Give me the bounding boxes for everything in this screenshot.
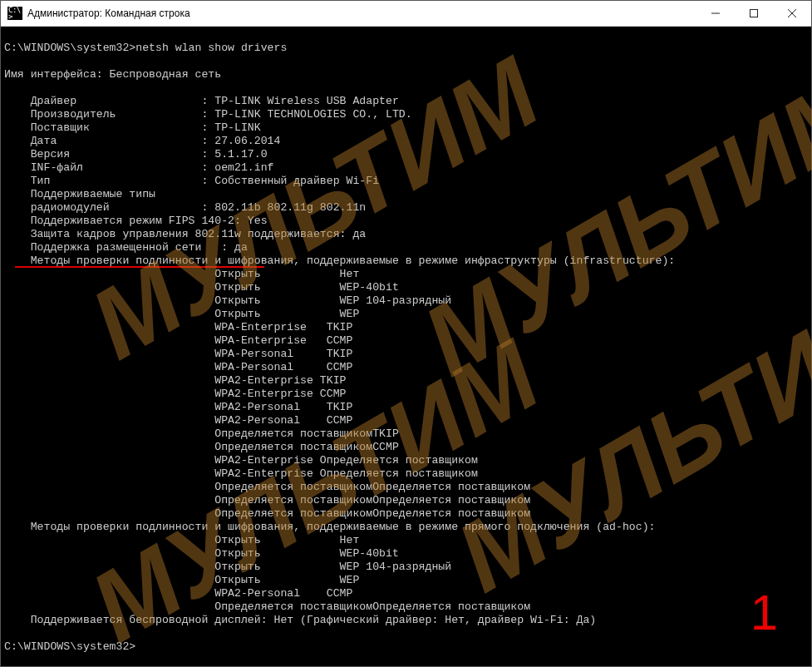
radios-line1: Поддерживаемые типы (4, 188, 155, 200)
infra-cipher: Определяется поставщикомОпределяется пос… (4, 494, 530, 506)
infra-cipher: Определяется поставщикомОпределяется пос… (4, 481, 530, 493)
adhoc-cipher: Открыть WEP (4, 574, 359, 586)
driver-line: Драйвер : TP-LINK Wireless USB Adapter (4, 95, 399, 107)
infra-cipher: Открыть Нет (4, 268, 359, 280)
date-line: Дата : 27.06.2014 (4, 135, 280, 147)
cmd-icon: C:\>_ (7, 7, 22, 20)
infra-cipher: WPA-Enterprise TKIP (4, 321, 352, 334)
infra-cipher: WPA-Personal CCMP (4, 361, 352, 373)
version-line: Версия : 5.1.17.0 (4, 148, 268, 161)
infra-cipher: Определяется поставщикомОпределяется пос… (4, 507, 530, 520)
infra-cipher: WPA-Personal TKIP (4, 348, 352, 360)
close-button[interactable] (773, 1, 811, 26)
radios-line2: радиомодулей : 802.11b 802.11g 802.11n (4, 201, 366, 214)
infra-cipher: WPA2-Enterprise CCMP (4, 388, 347, 400)
titlebar[interactable]: C:\>_ Администратор: Командная строка (1, 1, 811, 27)
hosted-network-line: Поддержка размещенной сети : да (4, 241, 248, 254)
infra-cipher: WPA2-Enterprise Определяется поставщиком (4, 467, 478, 480)
infra-cipher: Открыть WEP-40bit (4, 281, 399, 294)
auth-adhoc-header: Методы проверки подлинности и шифрования… (4, 521, 655, 533)
adhoc-cipher: Открыть WEP-40bit (4, 547, 399, 560)
titlebar-left: C:\>_ Администратор: Командная строка (1, 7, 190, 20)
supplier-line: Поставщик : TP-LINK (4, 121, 261, 134)
terminal-output[interactable]: C:\WINDOWS\system32>netsh wlan show driv… (1, 27, 811, 667)
fips-line: Поддерживается режим FIPS 140-2: Yes (4, 215, 268, 227)
inf-line: INF-файл : oem21.inf (4, 161, 273, 174)
infra-cipher: Определяется поставщикомCCMP (4, 441, 399, 453)
infra-cipher: WPA2-Enterprise Определяется поставщиком (4, 454, 478, 467)
infra-cipher: Определяется поставщикомTKIP (4, 427, 399, 440)
infra-cipher: WPA-Enterprise CCMP (4, 334, 352, 347)
infra-cipher: WPA2-Personal TKIP (4, 401, 352, 413)
adhoc-cipher: Определяется поставщикомОпределяется пос… (4, 600, 530, 613)
infra-cipher: Открыть WEP 104-разрядный (4, 294, 451, 307)
adhoc-cipher: Открыть WEP 104-разрядный (4, 561, 451, 573)
mfp-line: Защита кадров управления 802.11w поддерж… (4, 228, 366, 240)
cmd-window: C:\>_ Администратор: Командная строка C:… (0, 0, 812, 667)
prompt-line-2: C:\WINDOWS\system32> (4, 640, 135, 653)
maximize-button[interactable] (735, 1, 773, 26)
svg-rect-1 (750, 10, 758, 17)
auth-infra-header: Методы проверки подлинности и шифрования… (4, 254, 675, 267)
interface-name: Имя интерфейса: Беспроводная сеть (4, 68, 221, 81)
adhoc-cipher: Открыть Нет (4, 534, 359, 546)
infra-cipher: WPA2-Personal CCMP (4, 414, 352, 427)
vendor-line: Производитель : TP-LINK TECHNOLOGIES CO.… (4, 108, 412, 121)
window-title: Администратор: Командная строка (27, 7, 190, 19)
infra-cipher: WPA2-Enterprise TKIP (4, 374, 347, 387)
type-line: Тип : Собственный драйвер Wi-Fi (4, 175, 379, 187)
minimize-button[interactable] (696, 1, 735, 26)
window-controls (696, 1, 811, 26)
prompt-line: C:\WINDOWS\system32>netsh wlan show driv… (4, 42, 287, 54)
adhoc-cipher: WPA2-Personal CCMP (4, 587, 352, 600)
wireless-display-line: Поддерживается беспроводной дисплей: Нет… (4, 614, 596, 626)
infra-cipher: Открыть WEP (4, 308, 359, 320)
